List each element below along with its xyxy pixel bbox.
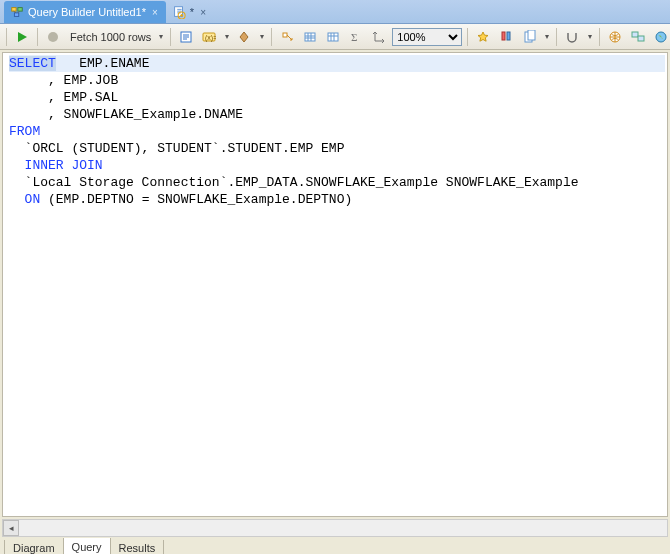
close-icon[interactable]: × [198, 7, 206, 18]
variables-dropdown[interactable]: ▾ [222, 28, 231, 46]
sql-editor-pane: SELECT EMP.ENAME , EMP.JOB , EMP.SAL , S… [2, 52, 668, 517]
union-button[interactable] [562, 27, 582, 47]
svg-rect-20 [632, 32, 638, 37]
grid2-button[interactable] [323, 27, 343, 47]
file-tab-label: * [190, 6, 194, 18]
globe-button[interactable] [605, 27, 625, 47]
separator [170, 28, 171, 46]
bottom-tab-bar: Diagram Query Results [0, 537, 670, 554]
svg-rect-12 [305, 33, 315, 41]
tab-query[interactable]: Query [63, 538, 111, 554]
fetch-rows-label: Fetch 1000 rows [70, 31, 151, 43]
stop-button[interactable] [43, 27, 63, 47]
scroll-left-icon[interactable]: ◂ [3, 520, 19, 536]
sql-file-icon [172, 5, 186, 19]
pivot-button[interactable] [277, 27, 297, 47]
run-button[interactable] [12, 27, 32, 47]
zoom-select[interactable]: 100% [392, 28, 462, 46]
page-dropdown[interactable]: ▾ [542, 28, 551, 46]
svg-text:(x)=: (x)= [205, 34, 216, 42]
sum-button[interactable]: Σ [346, 27, 366, 47]
file-tab-label: Query Builder Untitled1* [28, 6, 146, 18]
file-tab-query-builder[interactable]: Query Builder Untitled1* × [4, 1, 166, 23]
svg-rect-16 [507, 32, 510, 40]
separator [556, 28, 557, 46]
separator [6, 28, 7, 46]
svg-rect-21 [638, 36, 644, 41]
horizontal-scrollbar[interactable]: ◂ [2, 519, 668, 537]
svg-rect-18 [528, 30, 535, 40]
svg-rect-1 [18, 8, 22, 12]
highlighter-button[interactable] [496, 27, 516, 47]
separator [467, 28, 468, 46]
tab-diagram[interactable]: Diagram [4, 540, 64, 554]
union-dropdown[interactable]: ▾ [585, 28, 594, 46]
query-builder-icon [10, 5, 24, 19]
file-tab-secondary[interactable]: * × [166, 1, 214, 23]
chart-axis-button[interactable] [369, 27, 389, 47]
separator [599, 28, 600, 46]
page-button[interactable] [519, 27, 539, 47]
toolbar: Fetch 1000 rows ▾ (x)= ▾ ▾ Σ 100% ▾ ▾ [0, 24, 670, 50]
grid1-button[interactable] [300, 27, 320, 47]
diamond-dropdown[interactable]: ▾ [257, 28, 266, 46]
diamond-button[interactable] [234, 27, 254, 47]
tables-button[interactable] [628, 27, 648, 47]
favorite-button[interactable] [473, 27, 493, 47]
sql-editor[interactable]: SELECT EMP.ENAME , EMP.JOB , EMP.SAL , S… [3, 53, 667, 516]
svg-rect-13 [328, 33, 338, 41]
fetch-dropdown[interactable]: ▾ [156, 28, 165, 46]
separator [37, 28, 38, 46]
svg-rect-2 [14, 13, 18, 17]
svg-rect-0 [12, 8, 16, 12]
explain-plan-button[interactable] [176, 27, 196, 47]
earth-button[interactable] [651, 27, 670, 47]
variables-button[interactable]: (x)= [199, 27, 219, 47]
close-icon[interactable]: × [150, 7, 158, 18]
separator [271, 28, 272, 46]
svg-text:Σ: Σ [351, 31, 357, 43]
tab-results[interactable]: Results [110, 540, 165, 554]
svg-rect-11 [283, 33, 287, 37]
svg-rect-15 [502, 32, 505, 40]
file-tab-bar: Query Builder Untitled1* × * × [0, 0, 670, 24]
svg-point-7 [48, 32, 58, 42]
